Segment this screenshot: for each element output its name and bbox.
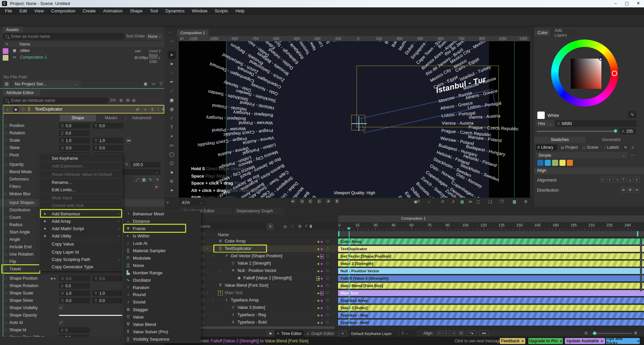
keyframe-radio[interactable] bbox=[326, 284, 329, 287]
viewport-canvas[interactable]: Lisbon - PortugalVienna - AustriaPrague … bbox=[179, 41, 530, 198]
hex-input[interactable]: #fdfdfd bbox=[555, 120, 637, 127]
eyedropper-button[interactable]: ✎ bbox=[628, 111, 637, 118]
attr-field[interactable]: X1.0 bbox=[59, 290, 90, 296]
attr-field[interactable]: Y0.0 bbox=[93, 123, 123, 129]
attr-radio[interactable] bbox=[4, 246, 7, 249]
library-tab[interactable]: ⅢLibrary bbox=[536, 144, 557, 150]
menu-animation[interactable]: Animation bbox=[100, 7, 126, 14]
tab-masks[interactable]: Masks bbox=[99, 115, 123, 121]
star-tool[interactable]: ★ bbox=[168, 168, 176, 177]
submenu-item[interactable]: ∿Oscillator bbox=[123, 276, 200, 284]
viewport-tab[interactable]: Composition 1 bbox=[177, 29, 209, 36]
palette-swatch[interactable] bbox=[559, 160, 566, 166]
list-view-icon[interactable]: ≡ bbox=[630, 144, 636, 150]
attr-field[interactable]: Y0.0 bbox=[93, 276, 123, 281]
add-layers-tab[interactable]: Add Layers bbox=[551, 29, 577, 36]
keyframe-layer-select[interactable]: Default Keyframe Layer bbox=[349, 330, 398, 337]
loop-icon[interactable]: ↻ bbox=[335, 199, 339, 203]
close-button[interactable]: ✕ bbox=[633, 1, 643, 6]
layer-bar[interactable]: Value 2 [Strength] bbox=[338, 261, 644, 267]
maximize-button[interactable]: ▢ bbox=[622, 1, 632, 6]
keyframe-radio[interactable] bbox=[326, 269, 329, 272]
alpha-slider-groove[interactable] bbox=[537, 131, 616, 132]
attr-radio[interactable] bbox=[4, 154, 7, 157]
attr-radio[interactable] bbox=[4, 314, 7, 317]
skip-start-icon[interactable]: ⇤ bbox=[291, 199, 295, 203]
attr-radio[interactable] bbox=[4, 223, 7, 226]
submenu-item[interactable]: ♪Sound bbox=[123, 298, 200, 305]
attr-radio[interactable] bbox=[4, 238, 7, 241]
playhead-handle[interactable] bbox=[347, 227, 351, 232]
refresh-icon[interactable]: ↻ bbox=[148, 176, 154, 182]
time-editor-button[interactable]: ≋Time Editor bbox=[275, 330, 304, 337]
align-4-icon[interactable]: ⊥ bbox=[627, 177, 633, 183]
row-toggle-icon[interactable] bbox=[201, 255, 204, 258]
range-start-handle[interactable] bbox=[338, 231, 339, 236]
layers2-icon[interactable]: ❏ bbox=[488, 199, 492, 204]
keyframe-next-icon[interactable]: ▶ bbox=[321, 248, 323, 251]
shuffle-icon[interactable]: ⇄ bbox=[135, 107, 140, 112]
chevron-down-icon[interactable]: ⌄ bbox=[206, 290, 209, 294]
context-menu-item[interactable]: Control with Null bbox=[40, 202, 122, 209]
row-toggle-icon[interactable] bbox=[201, 314, 204, 317]
keyframe-prev-icon[interactable]: ◀ bbox=[317, 314, 319, 317]
generator-tab[interactable]: Generator bbox=[586, 137, 637, 143]
palette-swatch[interactable] bbox=[552, 160, 558, 166]
asset-search-input[interactable]: Enter an Asset name bbox=[3, 33, 125, 40]
keyframe-radio[interactable] bbox=[326, 314, 329, 316]
footer-frame-field[interactable]: F- bbox=[400, 330, 417, 337]
kf-box-icon[interactable]: ⊡ bbox=[458, 330, 464, 336]
dual-color-icon[interactable]: ◑ bbox=[142, 107, 148, 112]
keyframe-next-icon[interactable]: ▶ bbox=[321, 292, 323, 295]
context-menu-item[interactable]: +Add Array› bbox=[40, 217, 122, 225]
copy-icon[interactable]: ❐ bbox=[500, 199, 503, 204]
fast-icon[interactable]: ≫ bbox=[468, 199, 473, 204]
swatches-tab[interactable]: Swatches bbox=[534, 137, 585, 143]
zoom-plus-icon[interactable]: ⊕ bbox=[118, 97, 124, 104]
context-menu-item[interactable]: Copy Generator Type bbox=[40, 263, 122, 270]
context-menu-item[interactable]: Rename... bbox=[40, 179, 122, 186]
dependency-graph-tab[interactable]: Dependency Graph bbox=[233, 208, 283, 215]
palette-swatch[interactable] bbox=[567, 160, 573, 166]
keyframe-radio[interactable] bbox=[326, 255, 329, 257]
attr-field[interactable]: X1.0 bbox=[59, 138, 90, 143]
color-tab[interactable]: Color bbox=[534, 29, 550, 36]
attr-radio[interactable] bbox=[4, 124, 7, 127]
kf-align-2-icon[interactable]: ⊣ bbox=[450, 330, 456, 336]
submenu-item[interactable]: ⊽Value Solver (Pro) bbox=[123, 328, 200, 335]
context-menu-item[interactable]: Edit Limits... bbox=[40, 186, 122, 193]
keyframe-prev-icon[interactable]: ◀ bbox=[317, 248, 319, 251]
submenu-item[interactable]: ▽Value bbox=[123, 313, 200, 321]
pen-tool[interactable]: ✒ bbox=[168, 78, 176, 86]
menu-window[interactable]: Window bbox=[188, 7, 211, 14]
keyframe-prev-icon[interactable]: ◀ bbox=[317, 284, 319, 287]
keyframe-next-icon[interactable]: ▶ bbox=[321, 299, 323, 302]
menu-shape[interactable]: Shape bbox=[126, 7, 146, 14]
layer-bar[interactable]: Main Text bbox=[338, 290, 644, 296]
menu-view[interactable]: View bbox=[31, 7, 47, 14]
hex-mode-select[interactable]: Hex⌄ bbox=[536, 120, 554, 127]
asset-color-swatch[interactable] bbox=[3, 48, 8, 54]
checker-icon[interactable]: ▩ bbox=[513, 199, 516, 204]
context-menu-item[interactable]: Add Expression... bbox=[40, 162, 122, 169]
palette-more-icon[interactable]: ⋯ bbox=[629, 152, 636, 158]
submenu-item[interactable]: ⣿Material Sampler bbox=[123, 247, 200, 254]
transform-tool[interactable]: ⌖ bbox=[168, 132, 176, 140]
attr-field[interactable]: X0.0 bbox=[59, 123, 90, 129]
attr-radio[interactable] bbox=[4, 170, 7, 174]
attr-field[interactable]: Y1.0 bbox=[93, 138, 123, 143]
globe-tool[interactable]: ◍ bbox=[168, 105, 176, 113]
chevron-down-icon[interactable]: ⌄ bbox=[206, 246, 209, 250]
submenu-item[interactable]: ⁘Random bbox=[123, 284, 200, 291]
submenu-item[interactable]: ⊓Modulate bbox=[123, 254, 200, 262]
tips-and-tricks-button[interactable]: Tips and Tricks✦ bbox=[606, 338, 640, 344]
alpha-slider-handle[interactable] bbox=[613, 129, 618, 133]
attr-field[interactable]: 100.0 bbox=[131, 162, 160, 167]
attribute-search-input[interactable]: Enter an Attribute name bbox=[3, 97, 109, 104]
alpha-field[interactable]: A255 bbox=[620, 128, 636, 134]
menu-composition[interactable]: Composition bbox=[47, 7, 79, 14]
keyframe-radio[interactable] bbox=[326, 240, 329, 243]
attr-field[interactable]: Y0.0 bbox=[93, 298, 123, 303]
keyframe-next-icon[interactable]: ▶ bbox=[321, 321, 323, 324]
keyframe-radio[interactable] bbox=[326, 321, 329, 324]
